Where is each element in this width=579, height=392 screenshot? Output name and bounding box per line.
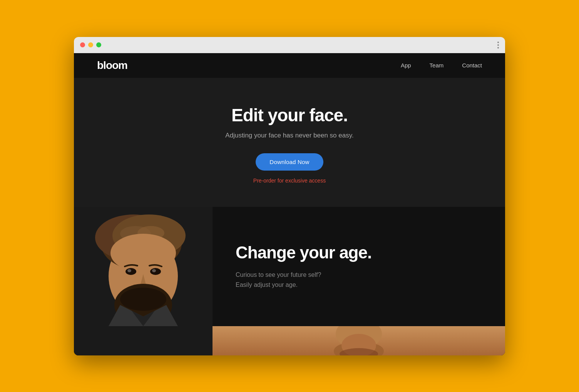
svg-point-12 (152, 269, 156, 272)
feature-image-left (74, 207, 213, 326)
browser-chrome (74, 37, 505, 53)
nav-link-app[interactable]: App (401, 62, 411, 69)
hero-title: Edit your face. (231, 105, 348, 126)
traffic-lights (80, 42, 101, 47)
download-button[interactable]: Download Now (256, 153, 323, 171)
bottom-left (74, 326, 213, 355)
navigation: bloom App Team Contact (74, 53, 505, 78)
svg-point-11 (127, 269, 131, 272)
browser-window: bloom App Team Contact Edit your face. A… (74, 37, 505, 355)
svg-point-8 (110, 234, 176, 272)
face-closeup-svg (213, 326, 505, 355)
bottom-right-face (213, 326, 505, 355)
nav-link-contact[interactable]: Contact (462, 62, 482, 69)
svg-point-14 (120, 288, 166, 311)
pre-order-link[interactable]: Pre-order for exclusive access (253, 178, 326, 184)
logo[interactable]: bloom (97, 59, 127, 72)
nav-links: App Team Contact (401, 62, 482, 69)
feature-content-right: Change your age. Curious to see your fut… (213, 207, 505, 326)
minimize-button[interactable] (88, 42, 93, 47)
nav-link-team[interactable]: Team (430, 62, 444, 69)
hero-section: Edit your face. Adjusting your face has … (74, 78, 505, 207)
browser-menu-icon[interactable] (497, 42, 499, 49)
feature-age-title: Change your age. (236, 243, 482, 262)
feature-age-desc: Curious to see your future self? Easily … (236, 270, 482, 290)
hero-subtitle: Adjusting your face has never been so ea… (225, 132, 353, 139)
bottom-section (74, 326, 505, 355)
maximize-button[interactable] (96, 42, 101, 47)
face-svg (74, 207, 213, 326)
close-button[interactable] (80, 42, 85, 47)
website-content: bloom App Team Contact Edit your face. A… (74, 53, 505, 355)
feature-age-section: Change your age. Curious to see your fut… (74, 207, 505, 326)
